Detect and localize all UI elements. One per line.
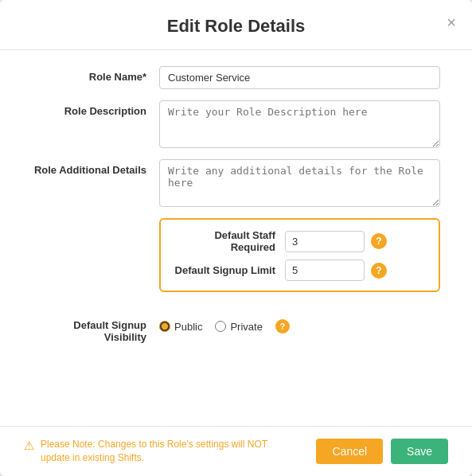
radio-private-label[interactable]: Private [215, 321, 262, 333]
default-signup-limit-label: Default Signup Limit [174, 264, 285, 276]
role-name-label: Role Name* [32, 66, 159, 83]
role-name-row: Role Name* [32, 66, 440, 89]
radio-private-text: Private [230, 321, 262, 333]
role-additional-label: Role Additional Details [32, 159, 159, 176]
highlighted-box: Default Staff Required ? Default Signup … [159, 218, 440, 292]
footer-note: ⚠ Please Note: Changes to this Role's se… [24, 438, 279, 465]
default-staff-input[interactable] [285, 231, 365, 252]
signup-visibility-label: Default Signup Visibility [32, 314, 159, 343]
save-button[interactable]: Save [391, 439, 448, 464]
cancel-button[interactable]: Cancel [316, 439, 383, 464]
modal-title: Edit Role Details [167, 16, 306, 36]
default-staff-help-icon[interactable]: ? [371, 233, 387, 249]
modal-body: Role Name* Role Description Role Additio… [0, 50, 472, 426]
default-signup-limit-row: Default Signup Limit ? [174, 259, 426, 281]
role-name-input[interactable] [159, 66, 440, 89]
highlighted-section-wrapper: Default Staff Required ? Default Signup … [159, 218, 440, 303]
role-additional-row: Role Additional Details [32, 159, 440, 207]
default-signup-limit-help-icon[interactable]: ? [371, 263, 387, 279]
radio-group: Public Private ? [159, 314, 290, 334]
radio-public-label[interactable]: Public [159, 321, 202, 333]
visibility-help-icon[interactable]: ? [275, 319, 290, 334]
modal-footer: ⚠ Please Note: Changes to this Role's se… [0, 426, 472, 476]
warning-icon: ⚠ [24, 439, 34, 453]
footer-buttons: Cancel Save [316, 439, 448, 464]
default-staff-row: Default Staff Required ? [174, 229, 426, 253]
edit-role-modal: Edit Role Details × Role Name* Role Desc… [0, 0, 472, 476]
radio-public-text: Public [174, 321, 202, 333]
radio-private[interactable] [215, 321, 226, 332]
default-staff-label: Default Staff Required [174, 229, 285, 253]
role-description-input[interactable] [159, 100, 440, 148]
radio-public[interactable] [159, 321, 170, 332]
modal-header: Edit Role Details × [0, 0, 472, 50]
role-additional-input[interactable] [159, 159, 440, 207]
role-description-row: Role Description [32, 100, 440, 148]
footer-note-text: Please Note: Changes to this Role's sett… [41, 438, 279, 465]
close-button[interactable]: × [447, 14, 456, 30]
default-signup-limit-input[interactable] [285, 259, 365, 281]
role-description-label: Role Description [32, 100, 159, 117]
signup-visibility-row: Default Signup Visibility Public Private… [32, 314, 440, 343]
